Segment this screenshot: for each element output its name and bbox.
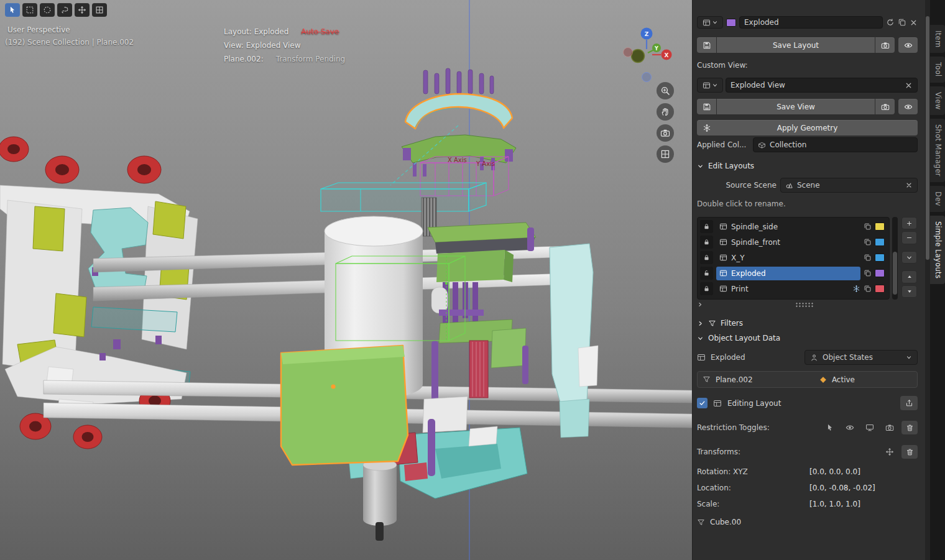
save-view-camera-button[interactable] [875, 99, 895, 114]
save-view-button[interactable]: Save View [717, 99, 875, 114]
duplicate-icon[interactable] [864, 254, 872, 262]
duplicate-icon[interactable] [864, 238, 872, 246]
orthographic-toggle-icon[interactable] [657, 145, 674, 163]
duplicate-icon[interactable] [864, 269, 872, 277]
move-layout-up-button[interactable] [901, 270, 917, 283]
blender-window: X Axis Y Axis [0, 0, 945, 560]
layout-color-swatch[interactable] [875, 223, 885, 231]
active-layout-name-field[interactable]: Exploded [739, 16, 883, 29]
viewport-3d[interactable]: X Axis Y Axis [0, 0, 692, 560]
view-visibility-eye-button[interactable] [898, 99, 918, 114]
lock-icon[interactable] [700, 236, 713, 249]
tab-shot-manager[interactable]: Shot Manager [930, 119, 945, 182]
scrollbar-thumb[interactable] [926, 16, 929, 260]
move-layout-down-button[interactable] [901, 285, 917, 298]
lock-icon[interactable] [700, 251, 713, 264]
duplicate-layout-icon[interactable] [898, 18, 906, 27]
tool-move-icon[interactable] [75, 3, 90, 17]
camera-view-icon[interactable] [657, 124, 674, 142]
tab-tool[interactable]: Tool [930, 57, 945, 83]
navigation-gizmo[interactable]: Z X Y [617, 24, 682, 88]
selectable-cursor-icon[interactable] [826, 423, 834, 432]
editing-layout-checkbox[interactable] [697, 398, 708, 408]
viewport-breadcrumb: (192) Scene Collection | Plane.002 [5, 38, 134, 47]
close-icon[interactable] [910, 19, 918, 27]
layout-icon [719, 238, 727, 246]
clear-view-x-icon[interactable] [905, 81, 913, 90]
collection-icon [758, 141, 766, 149]
trash-icon [906, 424, 914, 432]
layout-color-swatch[interactable] [875, 238, 885, 246]
overlay-view-text: View: Exploded View [224, 41, 301, 50]
add-layout-button[interactable] [901, 217, 917, 229]
y-axis-label: Y Axis [476, 160, 495, 167]
edit-layouts-header[interactable]: Edit Layouts [697, 162, 918, 170]
custom-view-name-field[interactable]: Exploded View [726, 78, 918, 93]
zoom-icon[interactable] [657, 82, 674, 99]
floppy-icon [703, 103, 711, 111]
person-icon [810, 354, 818, 362]
object-layout-data-header[interactable]: Object Layout Data [697, 334, 918, 342]
save-layout-camera-button[interactable] [875, 37, 895, 53]
hide-eye-icon[interactable] [846, 423, 854, 432]
tab-dev[interactable]: Dev [930, 186, 945, 212]
layout-list-box[interactable]: Spindle_side Spindle_front X_Y [697, 217, 890, 300]
lock-icon[interactable] [700, 282, 713, 295]
remove-layout-button[interactable] [901, 231, 917, 244]
location-value: [0.0, -0.08, -0.02] [809, 484, 875, 492]
tab-item[interactable]: Item [930, 25, 945, 53]
layout-selector-dropdown[interactable] [697, 16, 723, 29]
lock-icon[interactable] [700, 220, 713, 233]
source-scene-dropdown[interactable]: Scene [780, 178, 918, 193]
object-states-dropdown[interactable]: Object States [804, 350, 918, 365]
resize-grip-handle[interactable] [795, 302, 814, 308]
object-states-row: Exploded Object States [697, 350, 918, 365]
sidebar-tab-strip: Item Tool View Shot Manager Dev Simple L… [930, 0, 945, 560]
rotation-label: Rotation: XYZ [697, 467, 809, 476]
save-layout-button[interactable]: Save Layout [717, 37, 875, 53]
duplicate-icon[interactable] [864, 223, 872, 231]
layout-color-swatch[interactable] [875, 269, 885, 277]
save-view-disk-button[interactable] [697, 99, 716, 114]
layout-list-row[interactable]: Print [699, 281, 888, 296]
selected-green-box[interactable] [281, 346, 408, 465]
applied-collection-field[interactable]: Collection [753, 137, 918, 152]
filters-header[interactable]: Filters [697, 319, 918, 328]
panel-scrollbar[interactable] [925, 0, 930, 560]
move-transform-icon[interactable] [885, 448, 894, 456]
scale-label: Scale: [697, 500, 809, 508]
custom-view-dropdown[interactable] [697, 78, 723, 93]
delete-restrictions-button[interactable] [901, 421, 918, 434]
tool-grid-icon[interactable] [92, 3, 107, 17]
pan-hand-icon[interactable] [657, 103, 674, 121]
tab-simple-layouts[interactable]: Simple Layouts [930, 216, 945, 284]
apply-geometry-button[interactable]: Apply Geometry [697, 120, 918, 135]
refresh-icon[interactable] [886, 18, 895, 27]
viewport-disable-monitor-icon[interactable] [865, 423, 874, 432]
save-layout-disk-button[interactable] [697, 37, 716, 53]
render-disable-camera-icon[interactable] [885, 423, 894, 432]
tool-select-circle-icon[interactable] [40, 3, 55, 17]
duplicate-icon[interactable] [864, 285, 872, 293]
lock-open-icon[interactable] [700, 267, 713, 280]
layout-list-row-selected[interactable]: Exploded [699, 265, 888, 281]
layout-list-row[interactable]: Spindle_side [699, 219, 888, 234]
frozen-snowflake-icon [852, 285, 860, 293]
tab-view[interactable]: View [930, 86, 945, 116]
tool-select-box-icon[interactable] [22, 3, 37, 17]
layout-list-row[interactable]: X_Y [699, 250, 888, 265]
active-object-row[interactable]: Plane.002 Active [697, 371, 918, 388]
clear-scene-x-icon[interactable] [905, 181, 913, 189]
active-layout-color-swatch[interactable] [726, 19, 736, 27]
tool-select-lasso-icon[interactable] [57, 3, 72, 17]
list-menu-button[interactable] [901, 251, 917, 264]
expander-triangle-icon[interactable] [697, 301, 703, 308]
layout-color-swatch[interactable] [875, 254, 885, 262]
layout-color-swatch[interactable] [875, 285, 885, 293]
list-scrollbar[interactable] [892, 217, 898, 300]
layout-visibility-eye-button[interactable] [898, 37, 918, 53]
tool-tweak-icon[interactable] [5, 3, 20, 17]
export-layout-button[interactable] [900, 396, 918, 410]
layout-list-row[interactable]: Spindle_front [699, 234, 888, 250]
delete-transforms-button[interactable] [901, 445, 918, 459]
